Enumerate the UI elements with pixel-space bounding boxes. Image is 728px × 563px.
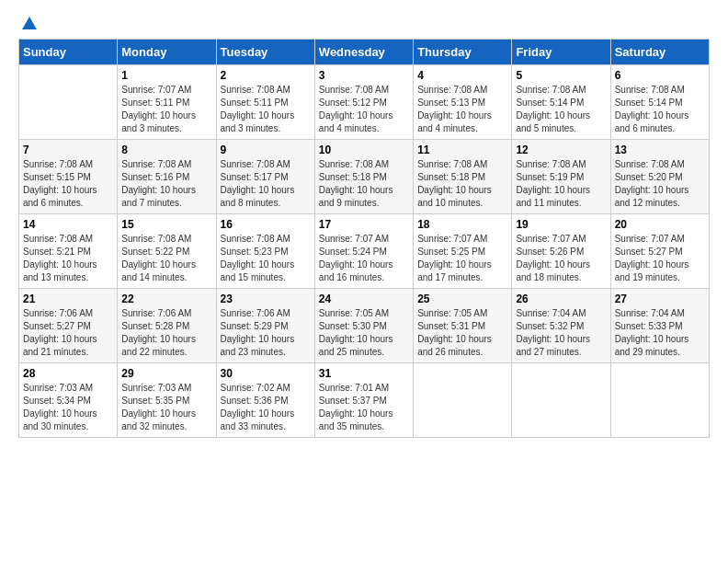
day-info: Sunrise: 7:08 AMSunset: 5:14 PMDaylight:… xyxy=(516,84,606,135)
day-info: Sunrise: 7:08 AMSunset: 5:14 PMDaylight:… xyxy=(615,84,705,135)
logo xyxy=(18,18,39,29)
day-number: 7 xyxy=(23,144,113,156)
day-info: Sunrise: 7:07 AMSunset: 5:11 PMDaylight:… xyxy=(121,84,211,135)
day-number: 22 xyxy=(121,293,211,305)
day-number: 3 xyxy=(319,69,409,82)
calendar-cell: 9Sunrise: 7:08 AMSunset: 5:17 PMDaylight… xyxy=(216,140,314,214)
day-info: Sunrise: 7:04 AMSunset: 5:33 PMDaylight:… xyxy=(615,307,705,359)
day-header-wednesday: Wednesday xyxy=(314,40,413,65)
day-number: 5 xyxy=(516,69,606,82)
calendar-cell: 6Sunrise: 7:08 AMSunset: 5:14 PMDaylight… xyxy=(610,65,709,140)
calendar-cell: 13Sunrise: 7:08 AMSunset: 5:20 PMDayligh… xyxy=(610,140,709,214)
day-info: Sunrise: 7:05 AMSunset: 5:30 PMDaylight:… xyxy=(319,307,409,359)
calendar-cell: 12Sunrise: 7:08 AMSunset: 5:19 PMDayligh… xyxy=(512,140,610,214)
calendar-cell: 1Sunrise: 7:07 AMSunset: 5:11 PMDaylight… xyxy=(118,65,216,140)
day-number: 28 xyxy=(23,367,113,380)
day-number: 26 xyxy=(516,293,606,305)
calendar-cell: 26Sunrise: 7:04 AMSunset: 5:32 PMDayligh… xyxy=(512,289,610,363)
day-header-thursday: Thursday xyxy=(414,40,512,65)
day-info: Sunrise: 7:08 AMSunset: 5:15 PMDaylight:… xyxy=(23,158,113,210)
calendar-cell: 4Sunrise: 7:08 AMSunset: 5:13 PMDaylight… xyxy=(414,65,512,140)
day-number: 27 xyxy=(615,293,705,305)
day-info: Sunrise: 7:04 AMSunset: 5:32 PMDaylight:… xyxy=(516,307,606,359)
day-info: Sunrise: 7:08 AMSunset: 5:13 PMDaylight:… xyxy=(417,84,507,135)
day-number: 8 xyxy=(121,144,211,156)
day-info: Sunrise: 7:08 AMSunset: 5:22 PMDaylight:… xyxy=(121,233,211,284)
day-number: 4 xyxy=(417,69,507,82)
day-number: 20 xyxy=(615,218,705,231)
day-info: Sunrise: 7:08 AMSunset: 5:21 PMDaylight:… xyxy=(23,233,113,284)
day-number: 13 xyxy=(615,144,705,156)
day-info: Sunrise: 7:03 AMSunset: 5:35 PMDaylight:… xyxy=(121,382,211,433)
header-row: SundayMondayTuesdayWednesdayThursdayFrid… xyxy=(19,40,710,65)
day-number: 29 xyxy=(121,367,211,380)
day-info: Sunrise: 7:06 AMSunset: 5:28 PMDaylight:… xyxy=(121,307,211,359)
calendar-cell: 30Sunrise: 7:02 AMSunset: 5:36 PMDayligh… xyxy=(216,363,314,438)
day-number: 17 xyxy=(319,218,409,231)
day-info: Sunrise: 7:01 AMSunset: 5:37 PMDaylight:… xyxy=(319,382,409,433)
day-info: Sunrise: 7:08 AMSunset: 5:18 PMDaylight:… xyxy=(319,158,409,210)
calendar-cell: 7Sunrise: 7:08 AMSunset: 5:15 PMDaylight… xyxy=(19,140,118,214)
svg-marker-0 xyxy=(22,17,37,29)
calendar-cell: 25Sunrise: 7:05 AMSunset: 5:31 PMDayligh… xyxy=(414,289,512,363)
calendar-cell: 5Sunrise: 7:08 AMSunset: 5:14 PMDaylight… xyxy=(512,65,610,140)
day-info: Sunrise: 7:08 AMSunset: 5:19 PMDaylight:… xyxy=(516,158,606,210)
day-header-tuesday: Tuesday xyxy=(216,40,314,65)
calendar-cell: 11Sunrise: 7:08 AMSunset: 5:18 PMDayligh… xyxy=(414,140,512,214)
day-number: 6 xyxy=(615,69,705,82)
calendar-cell: 21Sunrise: 7:06 AMSunset: 5:27 PMDayligh… xyxy=(19,289,118,363)
day-info: Sunrise: 7:07 AMSunset: 5:26 PMDaylight:… xyxy=(516,233,606,284)
day-number: 24 xyxy=(319,293,409,305)
week-row-3: 14Sunrise: 7:08 AMSunset: 5:21 PMDayligh… xyxy=(19,214,710,289)
day-number: 14 xyxy=(23,218,113,231)
calendar-table: SundayMondayTuesdayWednesdayThursdayFrid… xyxy=(18,39,710,438)
calendar-cell: 23Sunrise: 7:06 AMSunset: 5:29 PMDayligh… xyxy=(216,289,314,363)
day-info: Sunrise: 7:02 AMSunset: 5:36 PMDaylight:… xyxy=(221,382,311,433)
calendar-cell xyxy=(414,363,512,438)
week-row-2: 7Sunrise: 7:08 AMSunset: 5:15 PMDaylight… xyxy=(19,140,710,214)
day-info: Sunrise: 7:07 AMSunset: 5:25 PMDaylight:… xyxy=(417,233,507,284)
day-info: Sunrise: 7:03 AMSunset: 5:34 PMDaylight:… xyxy=(23,382,113,433)
day-header-friday: Friday xyxy=(512,40,610,65)
day-number: 1 xyxy=(121,69,211,82)
calendar-cell: 22Sunrise: 7:06 AMSunset: 5:28 PMDayligh… xyxy=(118,289,216,363)
calendar-cell xyxy=(610,363,709,438)
calendar-cell: 31Sunrise: 7:01 AMSunset: 5:37 PMDayligh… xyxy=(314,363,413,438)
day-number: 23 xyxy=(221,293,311,305)
day-info: Sunrise: 7:08 AMSunset: 5:17 PMDaylight:… xyxy=(221,158,311,210)
day-header-monday: Monday xyxy=(118,40,216,65)
calendar-cell: 16Sunrise: 7:08 AMSunset: 5:23 PMDayligh… xyxy=(216,214,314,289)
day-number: 19 xyxy=(516,218,606,231)
calendar-cell: 20Sunrise: 7:07 AMSunset: 5:27 PMDayligh… xyxy=(610,214,709,289)
day-info: Sunrise: 7:07 AMSunset: 5:24 PMDaylight:… xyxy=(319,233,409,284)
day-number: 25 xyxy=(417,293,507,305)
calendar-cell: 18Sunrise: 7:07 AMSunset: 5:25 PMDayligh… xyxy=(414,214,512,289)
calendar-cell: 3Sunrise: 7:08 AMSunset: 5:12 PMDaylight… xyxy=(314,65,413,140)
day-number: 16 xyxy=(221,218,311,231)
calendar-cell: 14Sunrise: 7:08 AMSunset: 5:21 PMDayligh… xyxy=(19,214,118,289)
day-number: 9 xyxy=(221,144,311,156)
calendar-cell: 19Sunrise: 7:07 AMSunset: 5:26 PMDayligh… xyxy=(512,214,610,289)
day-info: Sunrise: 7:08 AMSunset: 5:23 PMDaylight:… xyxy=(221,233,311,284)
day-number: 30 xyxy=(221,367,311,380)
page-header xyxy=(18,18,710,29)
calendar-cell: 15Sunrise: 7:08 AMSunset: 5:22 PMDayligh… xyxy=(118,214,216,289)
week-row-5: 28Sunrise: 7:03 AMSunset: 5:34 PMDayligh… xyxy=(19,363,710,438)
day-number: 18 xyxy=(417,218,507,231)
day-number: 2 xyxy=(221,69,311,82)
day-info: Sunrise: 7:08 AMSunset: 5:12 PMDaylight:… xyxy=(319,84,409,135)
day-info: Sunrise: 7:08 AMSunset: 5:18 PMDaylight:… xyxy=(417,158,507,210)
day-info: Sunrise: 7:05 AMSunset: 5:31 PMDaylight:… xyxy=(417,307,507,359)
day-info: Sunrise: 7:08 AMSunset: 5:11 PMDaylight:… xyxy=(221,84,311,135)
day-number: 21 xyxy=(23,293,113,305)
day-info: Sunrise: 7:08 AMSunset: 5:16 PMDaylight:… xyxy=(121,158,211,210)
day-header-saturday: Saturday xyxy=(610,40,709,65)
calendar-cell: 29Sunrise: 7:03 AMSunset: 5:35 PMDayligh… xyxy=(118,363,216,438)
calendar-cell: 8Sunrise: 7:08 AMSunset: 5:16 PMDaylight… xyxy=(118,140,216,214)
day-number: 12 xyxy=(516,144,606,156)
week-row-1: 1Sunrise: 7:07 AMSunset: 5:11 PMDaylight… xyxy=(19,65,710,140)
calendar-cell: 24Sunrise: 7:05 AMSunset: 5:30 PMDayligh… xyxy=(314,289,413,363)
calendar-cell: 2Sunrise: 7:08 AMSunset: 5:11 PMDaylight… xyxy=(216,65,314,140)
calendar-cell xyxy=(512,363,610,438)
calendar-cell xyxy=(19,65,118,140)
